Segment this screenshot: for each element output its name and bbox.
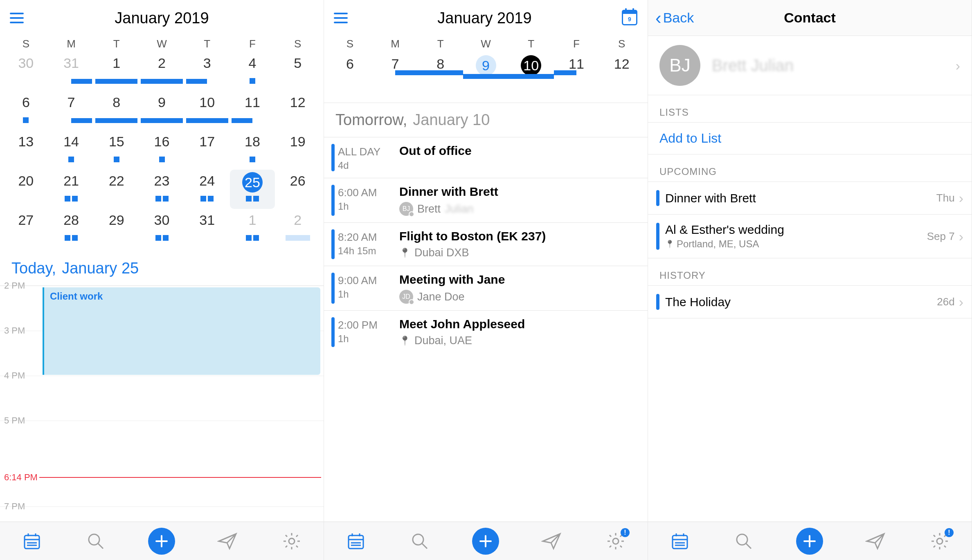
event-stripe — [331, 273, 335, 304]
day-cell[interactable]: 2 — [275, 209, 320, 248]
day-cell[interactable]: 30 — [3, 52, 49, 91]
menu-icon[interactable] — [10, 13, 24, 23]
list-item[interactable]: The Holiday26d› — [648, 285, 972, 318]
day-cell[interactable]: 23 — [139, 170, 184, 209]
calendar-icon[interactable] — [668, 530, 691, 553]
day-cell[interactable]: 7 — [49, 91, 94, 130]
day-number: 16 — [154, 130, 170, 150]
day-number: 4 — [248, 52, 256, 71]
day-cell[interactable]: 13 — [3, 130, 49, 170]
day-cell[interactable]: 31 — [49, 52, 94, 91]
day-cell[interactable]: 24 — [184, 170, 230, 209]
day-cell[interactable]: 16 — [139, 130, 184, 170]
settings-icon[interactable]: ! — [604, 530, 627, 553]
back-button[interactable]: ‹ Back — [655, 8, 694, 28]
search-icon[interactable] — [732, 530, 755, 553]
day-cell[interactable]: 12 — [275, 91, 320, 130]
list-item[interactable]: Al & Esther's wedding📍Portland, ME, USAS… — [648, 214, 972, 258]
agenda-event[interactable]: 9:00 AM1hMeeting with JaneJDJane Doe — [324, 266, 648, 310]
weekstrip-day[interactable]: 12 — [599, 53, 644, 72]
day-cell[interactable]: 1 — [230, 209, 275, 248]
agenda-event[interactable]: 2:00 PM1hMeet John Appleseed📍Dubai, UAE — [324, 310, 648, 354]
weekday-label: W — [139, 38, 184, 50]
day-number: 13 — [18, 130, 34, 150]
agenda-event[interactable]: 6:00 AM1hDinner with BrettBJBrettJulian — [324, 178, 648, 222]
search-icon[interactable] — [84, 530, 107, 553]
day-cell[interactable]: 26 — [275, 170, 320, 209]
weekstrip-day[interactable]: 10 — [509, 53, 554, 76]
day-cell[interactable]: 25 — [230, 170, 275, 209]
send-icon[interactable] — [540, 530, 563, 553]
day-cell[interactable]: 19 — [275, 130, 320, 170]
event-stripe — [331, 185, 335, 216]
hour-label: 2 PM — [4, 280, 25, 291]
weekstrip-day[interactable]: 9 — [463, 53, 509, 76]
weekday-label: T — [509, 38, 554, 50]
day-number: 26 — [290, 170, 306, 189]
weekstrip-day[interactable]: 11 — [554, 53, 599, 72]
contact-header-row[interactable]: BJ Brett Julian › — [648, 36, 972, 95]
weekday-label: M — [373, 38, 418, 50]
event-block[interactable]: Client work — [43, 287, 320, 375]
weekday-label: S — [3, 38, 49, 50]
today-header: Today, January 25 — [0, 251, 324, 285]
day-cell[interactable]: 27 — [3, 209, 49, 248]
day-number: 20 — [18, 170, 34, 189]
send-icon[interactable] — [216, 530, 239, 553]
menu-icon[interactable] — [334, 13, 348, 23]
search-icon[interactable] — [408, 530, 431, 553]
day-cell[interactable]: 21 — [49, 170, 94, 209]
settings-icon[interactable] — [280, 530, 303, 553]
day-cell[interactable]: 31 — [184, 209, 230, 248]
month-title[interactable]: January 2019 — [24, 9, 300, 27]
today-icon[interactable]: 9 — [621, 10, 638, 26]
send-icon[interactable] — [864, 530, 887, 553]
day-number: 19 — [290, 130, 306, 150]
day-cell[interactable]: 15 — [94, 130, 139, 170]
settings-icon[interactable]: ! — [928, 530, 951, 553]
add-button[interactable] — [796, 528, 823, 555]
calendar-icon[interactable] — [20, 530, 43, 553]
weekstrip-day[interactable]: 8 — [418, 53, 463, 72]
day-number: 1 — [112, 52, 120, 71]
weekstrip-day[interactable]: 7 — [373, 53, 418, 72]
day-cell[interactable]: 20 — [3, 170, 49, 209]
day-number: 3 — [203, 52, 211, 71]
month-title[interactable]: January 2019 — [348, 9, 621, 27]
day-cell[interactable]: 1 — [94, 52, 139, 91]
day-cell[interactable]: 29 — [94, 209, 139, 248]
day-cell[interactable]: 30 — [139, 209, 184, 248]
day-cell[interactable]: 6 — [3, 91, 49, 130]
calendar-icon[interactable] — [344, 530, 367, 553]
day-cell[interactable]: 3 — [184, 52, 230, 91]
event-stripe — [331, 144, 335, 171]
list-item[interactable]: Dinner with BrettThu› — [648, 181, 972, 214]
day-cell[interactable]: 11 — [230, 91, 275, 130]
day-cell[interactable]: 14 — [49, 130, 94, 170]
day-number: 6 — [346, 53, 354, 72]
event-block-title: Client work — [50, 291, 315, 302]
day-cell[interactable]: 8 — [94, 91, 139, 130]
day-number: 21 — [63, 170, 79, 189]
svg-point-32 — [937, 538, 943, 544]
add-to-list-row[interactable]: Add to List — [648, 122, 972, 155]
event-location: Dubai DXB — [414, 246, 469, 259]
weekstrip-day[interactable]: 6 — [327, 53, 373, 72]
add-button[interactable] — [472, 528, 499, 555]
day-timeline[interactable]: 2 PM 3 PM 4 PM 5 PM 7 PM 6:14 PM Client … — [0, 285, 324, 522]
day-cell[interactable]: 5 — [275, 52, 320, 91]
svg-rect-22 — [673, 535, 687, 549]
day-cell[interactable]: 9 — [139, 91, 184, 130]
day-cell[interactable]: 28 — [49, 209, 94, 248]
day-cell[interactable]: 22 — [94, 170, 139, 209]
day-cell[interactable]: 4 — [230, 52, 275, 91]
day-cell[interactable]: 17 — [184, 130, 230, 170]
day-cell[interactable]: 10 — [184, 91, 230, 130]
agenda-event[interactable]: 8:20 AM14h 15mFlight to Boston (EK 237)📍… — [324, 222, 648, 266]
item-title: The Holiday — [665, 295, 937, 309]
agenda-event[interactable]: ALL DAY4dOut of office — [324, 137, 648, 178]
day-number: 2 — [294, 209, 302, 228]
day-cell[interactable]: 18 — [230, 130, 275, 170]
day-number: 31 — [199, 209, 215, 228]
day-cell[interactable]: 2 — [139, 52, 184, 91]
